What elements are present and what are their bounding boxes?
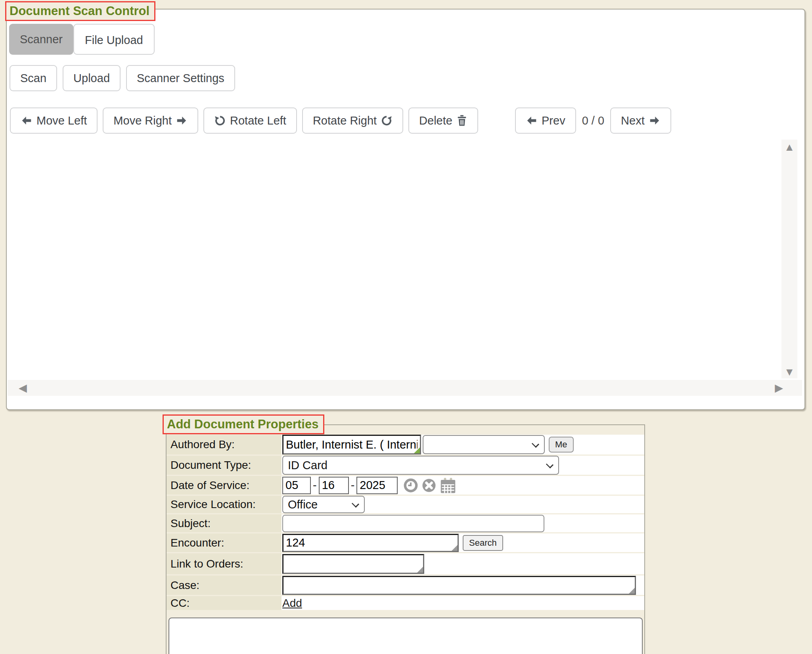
- service-location-row: Service Location: Office: [167, 496, 644, 514]
- document-type-value: ID Card: [288, 459, 327, 472]
- scroll-left-icon[interactable]: ◀: [19, 383, 27, 393]
- service-location-select[interactable]: Office: [282, 496, 365, 513]
- prev-button[interactable]: Prev: [515, 107, 576, 134]
- authored-by-input[interactable]: [282, 435, 421, 455]
- case-input[interactable]: [282, 576, 636, 595]
- upload-button[interactable]: Upload: [63, 65, 121, 91]
- service-location-value: Office: [288, 498, 318, 511]
- next-label: Next: [621, 114, 645, 127]
- encounter-row: Encounter: Search: [167, 533, 644, 553]
- authored-by-row: Authored By: Me: [167, 435, 644, 456]
- move-left-button[interactable]: Move Left: [10, 107, 98, 134]
- scan-button[interactable]: Scan: [10, 65, 57, 91]
- calendar-icon[interactable]: [440, 478, 456, 493]
- move-right-button[interactable]: Move Right: [103, 107, 198, 134]
- subject-label: Subject:: [167, 514, 282, 532]
- document-scan-control-legend: Document Scan Control: [5, 1, 155, 21]
- date-of-service-label: Date of Service:: [167, 476, 282, 495]
- scroll-right-icon[interactable]: ▶: [775, 383, 783, 393]
- scroll-up-icon[interactable]: ▲: [784, 142, 795, 153]
- encounter-label: Encounter:: [167, 533, 282, 552]
- delete-button[interactable]: Delete: [408, 107, 478, 134]
- arrow-right-icon: [649, 115, 661, 127]
- link-to-orders-input[interactable]: [282, 554, 424, 574]
- cc-row: CC: Add: [167, 596, 644, 611]
- document-scan-control-panel: Document Scan Control Scanner File Uploa…: [6, 9, 805, 410]
- cc-add-link[interactable]: Add: [282, 597, 302, 610]
- rotate-left-icon: [214, 115, 226, 127]
- date-month-input[interactable]: [282, 477, 311, 494]
- move-left-label: Move Left: [36, 114, 87, 127]
- chevron-down-icon: [546, 461, 553, 468]
- page-navigation: Prev 0 / 0 Next: [515, 107, 671, 134]
- autocomplete-corner-icon: [414, 447, 420, 453]
- move-right-label: Move Right: [113, 114, 172, 127]
- rotate-right-icon: [381, 115, 393, 127]
- chevron-down-icon: [352, 500, 359, 508]
- rotate-right-button[interactable]: Rotate Right: [302, 107, 403, 134]
- scan-action-buttons: Scan Upload Scanner Settings: [10, 65, 235, 91]
- document-type-select[interactable]: ID Card: [282, 456, 559, 475]
- scroll-down-icon[interactable]: ▼: [784, 367, 795, 378]
- image-toolbar: Move Left Move Right Rotate Left Rotate …: [10, 107, 478, 134]
- scan-source-tabs: Scanner File Upload: [9, 24, 155, 55]
- scan-preview-area: [10, 140, 779, 378]
- scanner-settings-button[interactable]: Scanner Settings: [126, 65, 235, 91]
- search-button[interactable]: Search: [463, 535, 503, 551]
- rotate-left-button[interactable]: Rotate Left: [203, 107, 297, 134]
- tab-file-upload[interactable]: File Upload: [73, 24, 155, 55]
- date-year-input[interactable]: [356, 477, 398, 494]
- rotate-left-label: Rotate Left: [230, 114, 286, 127]
- me-button[interactable]: Me: [549, 437, 574, 453]
- page-counter: 0 / 0: [582, 114, 604, 127]
- date-separator: -: [313, 479, 317, 492]
- tab-scanner[interactable]: Scanner: [9, 24, 73, 55]
- clock-icon[interactable]: [403, 478, 418, 493]
- authored-by-select[interactable]: [423, 435, 545, 454]
- chevron-down-icon: [532, 440, 539, 448]
- document-properties-table: Authored By: Me Document Type:: [167, 435, 644, 611]
- add-document-properties-legend: Add Document Properties: [163, 414, 324, 434]
- arrow-left-icon: [21, 115, 33, 127]
- link-to-orders-label: Link to Orders:: [167, 553, 282, 574]
- arrow-right-icon: [176, 115, 188, 127]
- prev-label: Prev: [542, 114, 565, 127]
- delete-label: Delete: [419, 114, 452, 127]
- add-document-properties-panel: Add Document Properties Authored By: Me: [166, 424, 645, 654]
- resize-corner-icon: [452, 545, 458, 551]
- next-button[interactable]: Next: [610, 107, 671, 134]
- rotate-right-label: Rotate Right: [313, 114, 377, 127]
- resize-corner-icon: [629, 588, 635, 594]
- link-to-orders-row: Link to Orders:: [167, 553, 644, 575]
- authored-by-label: Authored By:: [167, 435, 282, 455]
- service-location-label: Service Location:: [167, 496, 282, 513]
- case-label: Case:: [167, 575, 282, 595]
- date-of-service-row: Date of Service: - -: [167, 476, 644, 496]
- subject-input[interactable]: [282, 515, 544, 532]
- arrow-left-icon: [526, 115, 538, 127]
- date-day-input[interactable]: [319, 477, 349, 494]
- page: Document Scan Control Scanner File Uploa…: [0, 0, 812, 654]
- notes-textarea[interactable]: [169, 618, 643, 654]
- vertical-scrollbar[interactable]: ▲ ▼: [781, 140, 797, 378]
- subject-row: Subject:: [167, 514, 644, 533]
- date-separator: -: [351, 479, 355, 492]
- case-row: Case:: [167, 575, 644, 596]
- document-type-row: Document Type: ID Card: [167, 456, 644, 476]
- resize-corner-icon: [417, 567, 423, 573]
- cc-label: CC:: [167, 596, 282, 610]
- document-type-label: Document Type:: [167, 456, 282, 475]
- clear-icon[interactable]: [422, 478, 436, 493]
- encounter-input[interactable]: [282, 534, 459, 552]
- horizontal-scrollbar[interactable]: ◀ ▶: [8, 380, 802, 396]
- trash-icon: [456, 115, 467, 127]
